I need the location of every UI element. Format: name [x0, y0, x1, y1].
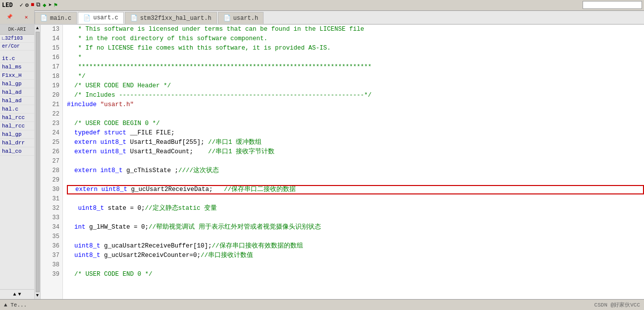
sidebar-item-dk[interactable]: ∟32f103: [0, 35, 34, 43]
sidebar-item-6[interactable]: hal.c: [0, 105, 34, 114]
line-number: 16: [41, 53, 59, 62]
line-number: 37: [41, 251, 59, 260]
arrow-icon[interactable]: ➤: [49, 1, 52, 9]
sidebar-item-9[interactable]: hal_gp: [0, 130, 34, 139]
search-input[interactable]: [583, 1, 642, 9]
code-line[interactable]: uint8_t g_ucUsart2ReceivCounter=0;//串口接收…: [67, 251, 644, 260]
editor-area: ▲ ▼ 131415161718192021222324252627282930…: [35, 25, 644, 299]
code-line[interactable]: extern uint8_t Usart1_ReadBuf[255]; //串口…: [67, 138, 644, 147]
sidebar-item-8[interactable]: hal_rcc: [0, 122, 34, 130]
close-sidebar-icon[interactable]: ✕: [25, 14, 28, 20]
sidebar: DK-ARI ∟32f103 er/Cor it.c hal_ms F1xx_H…: [0, 25, 35, 299]
code-line[interactable]: /* USER CODE END 0 */: [67, 270, 644, 279]
red-square-icon[interactable]: ■: [31, 1, 34, 9]
tab-icon-main-c: 📄: [40, 14, 48, 22]
line-number: 15: [41, 44, 59, 53]
sidebar-header: DK-ARI: [0, 25, 34, 35]
sidebar-item-11[interactable]: hal_co: [0, 147, 34, 156]
line-number: 14: [41, 34, 59, 44]
sidebar-item-5[interactable]: hal_ad: [0, 97, 34, 105]
code-line[interactable]: [67, 232, 644, 242]
editor-scroll-down[interactable]: ▼: [36, 293, 39, 298]
line-number: 39: [41, 270, 59, 279]
sidebar-item-4[interactable]: hal_ad: [0, 88, 34, 97]
checkmark-icon: ✓: [20, 1, 23, 9]
line-number: 17: [41, 62, 59, 72]
sidebar-item-3[interactable]: hal_gp: [0, 80, 34, 88]
tab-icon-usart-c: 📄: [83, 14, 91, 22]
line-number: 38: [41, 260, 59, 270]
sidebar-item-0[interactable]: it.c: [0, 55, 34, 63]
bottom-bar: ▲ Te... CSDN @好家伙VCC: [0, 299, 644, 310]
code-line[interactable]: #include "usart.h": [67, 100, 644, 110]
code-line[interactable]: /* Includes ----------------------------…: [67, 91, 644, 100]
line-number: 30: [41, 185, 59, 194]
editor-scroll-up[interactable]: ▲: [36, 26, 39, 31]
line-number: 26: [41, 147, 59, 157]
tab-main-c[interactable]: 📄 main.c: [35, 12, 77, 24]
code-line[interactable]: [67, 110, 644, 119]
sidebar-header-label: DK-ARI: [8, 27, 26, 32]
line-number: 18: [41, 72, 59, 81]
line-number: 25: [41, 138, 59, 147]
toolbar: LED ✓ ⚙ ■ ⧉ ◆ ➤ ⚑: [0, 0, 644, 11]
sidebar-item-er[interactable]: er/Cor: [0, 43, 34, 51]
code-line[interactable]: [67, 157, 644, 166]
sidebar-item-1[interactable]: hal_ms: [0, 63, 34, 71]
flag-icon[interactable]: ⚑: [54, 1, 57, 9]
line-number: 31: [41, 194, 59, 204]
line-number: 28: [41, 166, 59, 176]
line-number: 13: [41, 25, 59, 34]
code-line[interactable]: ****************************************…: [67, 62, 644, 72]
line-numbers: 1314151617181920212223242526272829303132…: [41, 25, 63, 299]
code-line[interactable]: extern uint8_t g_ucUsart2ReceiveData; //…: [67, 185, 644, 194]
line-number: 29: [41, 176, 59, 185]
code-line[interactable]: * If no LICENSE file comes with this sof…: [67, 44, 644, 53]
settings-icon[interactable]: ⚙: [25, 1, 29, 9]
code-line[interactable]: [67, 176, 644, 185]
line-number: 34: [41, 223, 59, 232]
sidebar-item-10[interactable]: hal_drr: [0, 139, 34, 147]
sidebar-scroll-up[interactable]: ▲: [13, 292, 16, 297]
tab-usart-h[interactable]: 📄 usart.h: [218, 12, 264, 24]
code-line[interactable]: extern int8_t g_cThisState ;////这次状态: [67, 166, 644, 176]
line-number: 24: [41, 128, 59, 138]
copy-icon[interactable]: ⧉: [36, 1, 41, 9]
code-line[interactable]: uint8_t g_ucaUsart2ReceiveBuffer[10];//保…: [67, 242, 644, 251]
line-number: 33: [41, 213, 59, 223]
tab-usart-c[interactable]: 📄 usart.c: [78, 12, 123, 24]
code-line[interactable]: typedef struct __FILE FILE;: [67, 128, 644, 138]
code-line[interactable]: uint8_t state = 0;//定义静态static 变量: [67, 204, 644, 213]
tab-stm32-hal[interactable]: 📄 stm32f1xx_hal_uart.h: [125, 12, 217, 24]
app-title: LED: [2, 2, 13, 9]
code-line[interactable]: *: [67, 53, 644, 62]
line-number: 23: [41, 119, 59, 128]
line-number: 20: [41, 91, 59, 100]
tab-label-main-c: main.c: [50, 15, 71, 22]
line-number: 21: [41, 100, 59, 110]
code-line[interactable]: /* USER CODE END Header */: [67, 81, 644, 91]
sidebar-scroll-down[interactable]: ▼: [18, 292, 21, 297]
code-line[interactable]: int g_lHW_State = 0;//帮助视觉调试 用于表示红外对管或者视…: [67, 223, 644, 232]
tab-icon-stm32-hal: 📄: [130, 14, 138, 22]
code-line[interactable]: */: [67, 72, 644, 81]
code-line[interactable]: extern uint8_t Usart1_ReadCount; //串口1 接…: [67, 147, 644, 157]
sidebar-item-2[interactable]: F1xx_H: [0, 71, 34, 80]
line-number: 36: [41, 242, 59, 251]
main-area: DK-ARI ∟32f103 er/Cor it.c hal_ms F1xx_H…: [0, 25, 644, 299]
green-diamond-icon[interactable]: ◆: [43, 1, 46, 9]
code-line[interactable]: [67, 213, 644, 223]
sidebar-item-7[interactable]: hal_rcc: [0, 114, 34, 122]
code-line[interactable]: [67, 194, 644, 204]
line-number: 19: [41, 81, 59, 91]
code-line[interactable]: * This software is licensed under terms …: [67, 25, 644, 34]
tab-label-usart-c: usart.c: [93, 14, 118, 21]
code-line[interactable]: /* USER CODE BEGIN 0 */: [67, 119, 644, 128]
bottom-bar-item[interactable]: ▲ Te...: [4, 302, 27, 308]
line-number: 35: [41, 232, 59, 242]
code-line[interactable]: [67, 260, 644, 270]
watermark: CSDN @好家伙VCC: [594, 301, 640, 309]
code-editor[interactable]: * This software is licensed under terms …: [63, 25, 644, 299]
code-line[interactable]: * in the root directory of this software…: [67, 34, 644, 44]
tab-icon-usart-h: 📄: [223, 14, 231, 22]
